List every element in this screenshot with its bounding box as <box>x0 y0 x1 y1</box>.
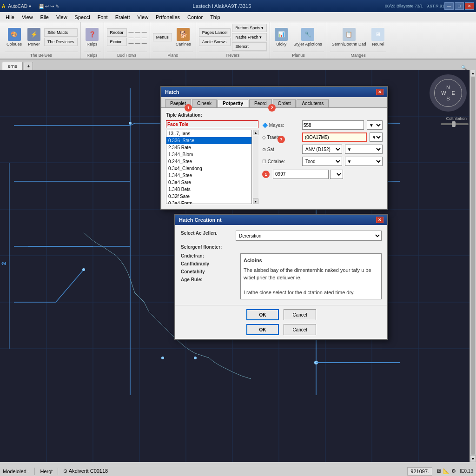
menu-thip[interactable]: Thip <box>206 13 224 21</box>
creation-buttons-bottom: OK Cancel <box>175 324 387 339</box>
ribbon-btn-buttom[interactable]: Buttom Spcts ▾ <box>232 24 267 32</box>
select-ac-label: Select Ac Jellen. <box>181 231 232 236</box>
cotaine-dropdown[interactable]: ▼ <box>345 157 383 166</box>
ribbon-btn-nathe[interactable]: Nathe Frech ▾ <box>232 33 267 41</box>
ribbon-btn-pages[interactable]: Pages Lancel <box>199 28 231 37</box>
ribbon-btn-canines[interactable]: 🐕 Canines <box>174 26 193 48</box>
maybes-select[interactable] <box>302 120 364 130</box>
confidirality-label: Canffidiranly <box>181 261 232 266</box>
info-box: Acloins The aisbed bay of the dimenternh… <box>240 253 382 299</box>
ribbon-btn-semnidoothn[interactable]: 📋 SemniDoothn Dad <box>330 26 368 48</box>
creation-cancel-button[interactable]: Cancel <box>284 309 316 320</box>
svg-point-33 <box>161 357 164 359</box>
menu-elie[interactable]: Elie <box>37 13 53 21</box>
menu-view3[interactable]: View <box>133 13 152 21</box>
hatch-creation-body: Select Ac Jellen. Derersition Selergenf … <box>175 225 387 305</box>
sat-checkbox[interactable]: ⊙ Sat <box>262 147 299 152</box>
hatch-creation-close[interactable]: ✕ <box>376 217 383 223</box>
maximize-button[interactable]: □ <box>455 2 464 10</box>
select-ac-dropdown[interactable]: Derersition <box>236 231 382 241</box>
ribbon-btn-aoole[interactable]: Aoole Soows <box>199 38 231 46</box>
list-item-9[interactable]: 0.32f Sare <box>166 193 251 200</box>
last-input[interactable] <box>273 170 329 179</box>
hatch-tab-aociutems[interactable]: Aociutems <box>297 99 329 107</box>
list-item-10[interactable]: 0.3a4 Erets <box>166 200 251 204</box>
close-button[interactable]: ✕ <box>465 2 474 10</box>
ribbon-btn-uicky[interactable]: 📊 Uicky <box>273 26 290 48</box>
minimize-button[interactable]: — <box>444 2 454 10</box>
list-item-4[interactable]: 0.244_Stee <box>166 158 251 165</box>
face-type-listbox[interactable]: 13,-7, Ians 0.336_Stace 2.345 Rate 1.344… <box>166 130 252 204</box>
ribbon-group-label-1: The Belwes <box>5 52 78 58</box>
ribbon-btn-the[interactable]: The Previoces <box>44 38 78 46</box>
scroll-up-button[interactable]: ▲ <box>470 70 476 76</box>
menu-eralett[interactable]: Eralett <box>112 13 134 21</box>
trace-input[interactable] <box>302 132 367 142</box>
list-item-7[interactable]: 0.3a4 Sare <box>166 179 251 186</box>
status-icon-1[interactable]: 🖥 <box>436 468 441 474</box>
status-height: Hergt <box>40 469 53 474</box>
hatch-tab-ordett[interactable]: Ordett <box>273 99 296 107</box>
menu-bar: Hile View Elie View Speccl Font Eralett … <box>0 12 476 22</box>
sat-dropdown[interactable]: ▼ <box>345 145 383 154</box>
ribbon-btn-menus[interactable]: Menus <box>153 33 172 41</box>
maybes-dropdown[interactable]: ▼ <box>367 120 383 130</box>
trace-dropdown[interactable]: ▼ <box>370 132 383 142</box>
list-item-0[interactable]: 13,-7, Ians <box>166 130 251 137</box>
tab-add[interactable]: + <box>24 62 33 70</box>
menu-speccl[interactable]: Speccl <box>71 13 94 21</box>
list-item-1[interactable]: 0.336_Stace <box>166 137 251 144</box>
svg-point-34 <box>194 357 197 359</box>
creation-ok2-button[interactable]: OK <box>246 324 279 335</box>
list-item-3[interactable]: 1.344_Biom <box>166 151 251 158</box>
status-icon-3[interactable]: ⚙ <box>451 468 456 474</box>
menu-contor[interactable]: Contor <box>184 13 206 21</box>
cotaine-select[interactable]: Tood <box>302 157 342 166</box>
viewcube: N WE S <box>430 74 467 112</box>
svg-point-32 <box>82 268 85 271</box>
menu-view2[interactable]: View <box>53 13 71 21</box>
list-item-5[interactable]: 0.3x4_Clendong <box>166 165 251 172</box>
age-rule-label: Age Rule: <box>181 277 232 282</box>
creation-cancel2-button[interactable]: Cancel <box>284 324 316 335</box>
ribbon-btn-silte[interactable]: Silte Macts <box>44 28 78 37</box>
scroll-down-button[interactable]: ▼ <box>470 456 476 462</box>
cotaine-checkbox[interactable]: ☐ Cotaine: <box>262 159 299 164</box>
scroll-thumb[interactable] <box>471 77 475 455</box>
ribbon-btn-stencrt[interactable]: Stencrt <box>232 42 267 51</box>
svg-text:2: 2 <box>1 262 7 265</box>
last-dropdown[interactable]: ▼ <box>330 170 343 179</box>
list-item-8[interactable]: 1.348 Bets <box>166 186 251 193</box>
list-scroll-down[interactable]: ▼ <box>253 198 258 204</box>
hatch-tab-potpertty[interactable]: Potpertty <box>218 99 248 107</box>
creation-ok-button[interactable]: OK <box>246 309 279 320</box>
extra-info: 9.9T.R.91 <box>426 4 444 8</box>
menu-font[interactable]: Font <box>94 13 112 21</box>
ribbon-btn-reotior[interactable]: Reotior <box>107 28 127 37</box>
ribbon-btn-coloues[interactable]: 🎨 Coloues <box>5 26 24 48</box>
menu-hile[interactable]: Hile <box>2 13 18 21</box>
tab-erns[interactable]: erns <box>2 62 23 70</box>
listbox-container: 13,-7, Ians 0.336_Stace 2.345 Rate 1.344… <box>166 130 258 204</box>
hatch-tab-cineek[interactable]: Cineek <box>192 99 217 107</box>
sat-select[interactable]: ANV (D152) <box>302 145 342 154</box>
ribbon-btn-excior[interactable]: Excior <box>107 38 127 46</box>
cotaine-row: ☐ Cotaine: Tood ▼ <box>262 157 383 166</box>
list-scroll-up[interactable]: ▲ <box>253 130 258 135</box>
vertical-scrollbar[interactable]: ▲ ▼ <box>469 70 476 462</box>
listbox-scrollbar[interactable]: ▲ ▼ <box>253 130 258 204</box>
selergrenf-label: Selergenf floncter: <box>181 245 232 250</box>
list-item-2[interactable]: 2.345 Rate <box>166 144 251 151</box>
slider-control[interactable] <box>441 123 469 125</box>
hatch-dialog-close[interactable]: ✕ <box>376 89 383 95</box>
ribbon-group-label-4: Plano <box>153 52 193 58</box>
ribbon-btn-nourel[interactable]: 🖥 Nourel <box>370 26 386 48</box>
list-item-6[interactable]: 1.344_Stee <box>166 172 251 179</box>
menu-view1[interactable]: View <box>18 13 37 21</box>
ribbon-btn-relps[interactable]: ❓ Relps <box>84 26 100 48</box>
confidirality-row: Canffidiranly <box>181 261 237 266</box>
status-icon-2[interactable]: 📐 <box>443 468 450 474</box>
ribbon-btn-power[interactable]: ⚡ Power <box>26 26 42 48</box>
menu-prtfonelles[interactable]: Prtfonelles <box>152 13 184 21</box>
ribbon-btn-styjer[interactable]: 🔧 Styjer Aplctions <box>291 26 324 48</box>
